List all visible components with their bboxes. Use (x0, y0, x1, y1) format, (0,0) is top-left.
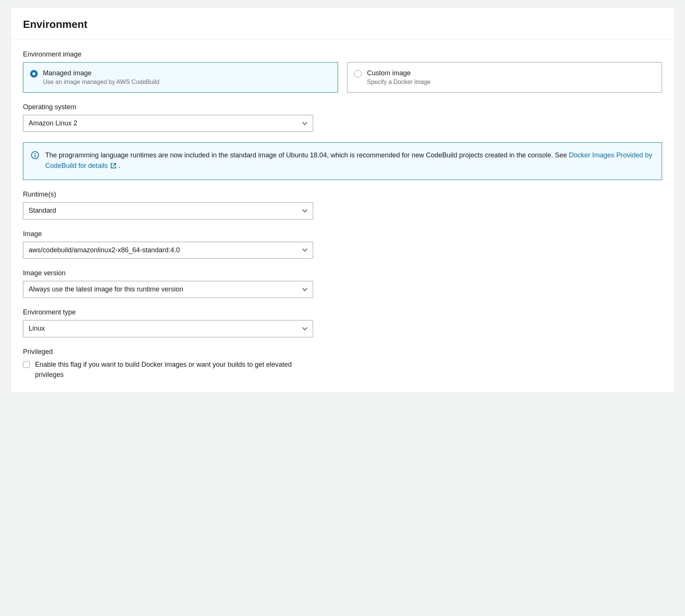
select-value: Amazon Linux 2 (29, 119, 77, 128)
tile-desc: Use an image managed by AWS CodeBuild (43, 79, 159, 85)
info-message: The programming language runtimes are no… (45, 150, 654, 172)
privileged-label: Privileged (23, 348, 662, 356)
caret-down-icon (302, 209, 307, 213)
tile-content: Custom image Specify a Docker image (367, 69, 431, 85)
tile-title: Managed image (43, 69, 159, 77)
runtime-select[interactable]: Standard (23, 202, 313, 219)
image-label: Image (23, 230, 662, 238)
radio-icon (30, 70, 38, 78)
svg-point-1 (35, 153, 36, 154)
image-version-label: Image version (23, 269, 662, 277)
svg-rect-2 (35, 155, 35, 157)
info-text-post: . (118, 162, 120, 169)
tile-title: Custom image (367, 69, 431, 77)
info-banner: The programming language runtimes are no… (23, 142, 662, 180)
radio-icon (354, 70, 362, 78)
info-text-pre: The programming language runtimes are no… (45, 151, 569, 159)
select-value: Always use the latest image for this run… (29, 285, 183, 294)
image-select[interactable]: aws/codebuild/amazonlinux2-x86_64-standa… (23, 242, 313, 259)
tile-content: Managed image Use an image managed by AW… (43, 69, 159, 85)
os-label: Operating system (23, 103, 662, 111)
caret-down-icon (302, 248, 307, 252)
select-value: aws/codebuild/amazonlinux2-x86_64-standa… (29, 246, 180, 255)
select-value: Linux (29, 324, 45, 333)
caret-down-icon (302, 327, 307, 331)
tile-desc: Specify a Docker image (367, 79, 431, 85)
env-image-options: Managed image Use an image managed by AW… (23, 62, 662, 93)
info-icon (31, 151, 39, 160)
env-type-select[interactable]: Linux (23, 320, 313, 337)
caret-down-icon (302, 122, 307, 125)
env-type-label: Environment type (23, 308, 662, 316)
environment-panel: Environment Environment image Managed im… (11, 8, 674, 392)
privileged-checkbox-label: Enable this flag if you want to build Do… (35, 360, 321, 380)
caret-down-icon (302, 288, 307, 291)
privileged-row: Enable this flag if you want to build Do… (23, 360, 662, 380)
panel-title: Environment (23, 18, 662, 30)
panel-header: Environment (11, 8, 674, 40)
env-image-option-managed[interactable]: Managed image Use an image managed by AW… (23, 62, 338, 93)
privileged-checkbox[interactable] (23, 361, 30, 368)
panel-body: Environment image Managed image Use an i… (11, 40, 674, 392)
os-select[interactable]: Amazon Linux 2 (23, 115, 313, 132)
runtime-label: Runtime(s) (23, 191, 662, 198)
image-version-select[interactable]: Always use the latest image for this run… (23, 281, 313, 298)
env-image-option-custom[interactable]: Custom image Specify a Docker image (347, 62, 662, 93)
env-image-label: Environment image (23, 50, 662, 58)
external-link-icon (110, 162, 116, 172)
select-value: Standard (29, 206, 56, 215)
